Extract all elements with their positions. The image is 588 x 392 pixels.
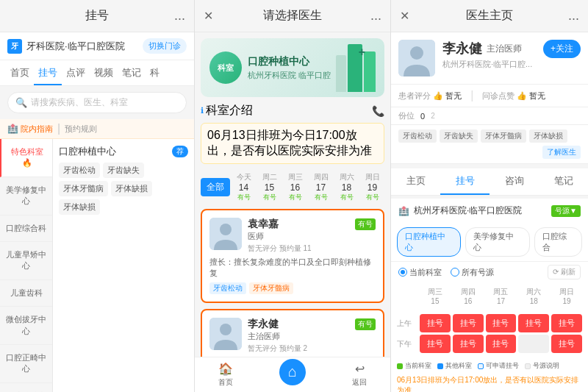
know-doctor-button[interactable]: 了解医生 [542, 146, 581, 159]
sidebar-item-children-early[interactable]: 儿童早矫中心 [0, 242, 52, 280]
date-all-tab[interactable]: 全部 [201, 178, 230, 196]
nav-video[interactable]: 视频 [90, 60, 118, 85]
footer-home[interactable]: 🏠 首页 [218, 362, 233, 388]
date-sun[interactable]: 周日 19 有号 [360, 170, 384, 204]
tag-pulp[interactable]: 牙体牙髓病 [59, 181, 108, 196]
nav-consult-tab[interactable]: 咨询 [490, 168, 539, 195]
slot-pm-4 [518, 335, 549, 353]
doctor-main-level: 主治医师 [487, 43, 522, 55]
doctor-top-li: 李永健 有号 主治医师 暂无评分 预约量 2 [209, 318, 376, 354]
clinic-banner[interactable]: 科室 口腔种植中心 杭州牙科医院 临平口腔 + [201, 38, 384, 97]
clinic-name: 口腔种植中心 [248, 55, 331, 68]
footer-back[interactable]: ↩ 返回 [352, 362, 367, 388]
legend-dot-light-blue [478, 363, 484, 369]
doctor-desc-yuan: 擅长：擅长复杂难度的半口及全口即刻种植修复 [209, 257, 376, 279]
score-row: 份位 0 2 [391, 107, 588, 125]
dept-sidebar: 特色科室 🔥 美学修复中心 口腔综合科 儿童早矫中心 儿童齿科 微创拔牙中心 口… [0, 139, 53, 392]
slot-am-4[interactable]: 挂号 [518, 314, 549, 332]
cal-sat-header: 周六18 [518, 285, 549, 307]
sidebar-item-orthodontics[interactable]: 口腔正畸中心 [0, 345, 52, 383]
radio-row: 当前科室 所有号源 ⟳ 刷新 [391, 261, 588, 282]
footer-center-btn[interactable]: ⌂ [279, 359, 306, 385]
refresh-button[interactable]: ⟳ 刷新 [548, 265, 581, 279]
radio-current-dept[interactable]: 当前科室 [398, 267, 442, 278]
date-thu[interactable]: 周四 17 有号 [309, 170, 333, 204]
tag-missing2[interactable]: 牙体缺损 [59, 199, 100, 215]
tag-yuan-1: 牙齿松动 [209, 282, 246, 294]
panel2-close-icon[interactable]: ✕ [204, 9, 213, 23]
panel3-more[interactable]: ... [568, 8, 579, 24]
cal-fri-header: 周五17 [486, 285, 517, 307]
panel2-more[interactable]: ... [370, 8, 381, 24]
panel1-more[interactable]: ... [174, 8, 185, 24]
slot-am-1[interactable]: 挂号 [420, 314, 451, 332]
radio-all-source[interactable]: 所有号源 [451, 267, 494, 278]
radio-label-2: 所有号源 [462, 267, 494, 278]
panel2-header: ✕ 请选择医生 ... [195, 0, 390, 32]
slot-pm-5[interactable]: 挂号 [551, 335, 582, 353]
doctor-card-yuan[interactable]: 袁幸嘉 有号 医师 暂无评分 预约量 11 擅长：擅长复杂难度的半口及全口即刻种… [201, 209, 384, 303]
nav-notes[interactable]: 笔记 [118, 60, 146, 85]
search-bar[interactable]: 🔍 请搜索疾病、医生、科室 [7, 92, 187, 113]
cal-sun-header: 周日19 [551, 285, 582, 307]
doctor-badge-li: 有号 [355, 318, 376, 330]
section-name: 口腔种植中心 [59, 145, 116, 158]
tag-missing[interactable]: 牙齿缺失 [103, 163, 144, 178]
rating-score: 患者评分 👍 暂无 [398, 90, 462, 101]
intro-label[interactable]: ℹ 科室介绍 [201, 103, 253, 118]
spec-tag-2: 牙齿缺失 [440, 129, 478, 143]
slot-pm-2[interactable]: 挂号 [453, 335, 484, 353]
slot-am-2[interactable]: 挂号 [453, 314, 484, 332]
sidebar-item-featured[interactable]: 特色科室 🔥 [0, 139, 52, 177]
phone-icon[interactable]: 📞 [372, 105, 384, 117]
panel3-header: ✕ 医生主页 ... [391, 0, 588, 32]
date-sat[interactable]: 周六 18 有号 [334, 170, 359, 204]
date-wed[interactable]: 周三 16 有号 [283, 170, 307, 204]
dept-tab-implant[interactable]: 口腔种植中心 [397, 227, 461, 257]
clinic-avatar: 科室 [209, 51, 242, 84]
slot-am-5[interactable]: 挂号 [551, 314, 582, 332]
slot-notice: 06月13日排班为今日17:00放出，是否有以医院实际安排为准 [391, 372, 588, 392]
dept-main: 口腔种植中心 荐 牙齿松动 牙齿缺失 牙体牙髓病 牙体缺损 牙体缺损 [53, 139, 194, 392]
date-today[interactable]: 今天 14 有号 [232, 170, 256, 204]
panel2-scroll: 科室 口腔种植中心 杭州牙科医院 临平口腔 + [195, 32, 390, 357]
slot-am-3[interactable]: 挂号 [486, 314, 517, 332]
doctor-tags-yuan: 牙齿松动 牙体牙髓病 [209, 282, 376, 294]
slot-pm-1[interactable]: 挂号 [420, 335, 451, 353]
doctor-main-name: 李永健 [442, 40, 482, 57]
switch-clinic-button[interactable]: 切换门诊 [143, 38, 187, 54]
legend-dot-blue [437, 363, 443, 369]
doctor-name-yuan: 袁幸嘉 [248, 218, 279, 231]
clinic-info: 口腔种植中心 杭州牙科医院 临平口腔 [248, 55, 331, 81]
sidebar-item-implant[interactable]: 口腔种植中心 [0, 383, 52, 392]
nav-home-tab[interactable]: 主页 [391, 168, 440, 195]
follow-button[interactable]: +关注 [543, 40, 581, 58]
dept-tab-aesthetic[interactable]: 美学修复中心 [465, 227, 529, 257]
nav-home[interactable]: 首页 [6, 60, 34, 85]
nav-register[interactable]: 挂号 [34, 60, 62, 85]
nav-register-tab[interactable]: 挂号 [440, 168, 490, 195]
nav-dept[interactable]: 科 [146, 60, 164, 85]
sidebar-item-general[interactable]: 口腔综合科 [0, 215, 52, 242]
panel3-close-icon[interactable]: ✕ [400, 9, 409, 23]
hospital-row-name: 杭州牙科医院·临平口腔医院 [414, 204, 547, 217]
panel2-title: 请选择医生 [263, 8, 322, 24]
guide-rule-text[interactable]: 预约规则 [65, 124, 97, 135]
pm-slot-row: 下午 挂号 挂号 挂号 挂号 [397, 335, 582, 353]
nav-review[interactable]: 点评 [62, 60, 90, 85]
sidebar-item-extraction[interactable]: 微创拔牙中心 [0, 307, 52, 345]
guide-text[interactable]: 院内指南 [21, 124, 53, 135]
doctor-main-hospital: 杭州牙科医院·临平口腔... [442, 59, 543, 70]
slot-pm-3[interactable]: 挂号 [486, 335, 517, 353]
hospital-logo-row: 牙 牙科医院·临平口腔医院 切换门诊 [0, 32, 194, 60]
doctor-card-li[interactable]: 李永健 有号 主治医师 暂无评分 预约量 2 擅长：擅长牙髓炎相关疾病的诊断及治… [201, 309, 384, 357]
doctor-list: 袁幸嘉 有号 医师 暂无评分 预约量 11 擅长：擅长复杂难度的半口及全口即刻种… [201, 209, 384, 357]
tag-defect[interactable]: 牙体缺损 [111, 181, 152, 196]
sidebar-item-aesthetic[interactable]: 美学修复中心 [0, 177, 52, 215]
guide-hospital-icon: 🏥 [7, 124, 18, 134]
sidebar-item-children-dental[interactable]: 儿童齿科 [0, 280, 52, 307]
date-tue[interactable]: 周二 15 有号 [257, 170, 282, 204]
dept-tab-general[interactable]: 口腔综合 [534, 227, 583, 257]
nav-notes-tab[interactable]: 笔记 [539, 168, 588, 195]
tag-loose[interactable]: 牙齿松动 [59, 163, 100, 178]
